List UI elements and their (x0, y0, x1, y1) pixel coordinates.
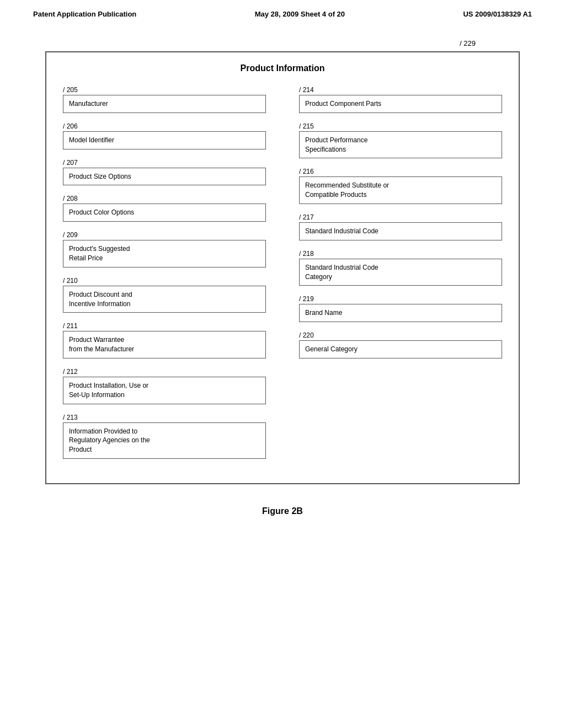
left-box-0: Manufacturer (63, 95, 266, 113)
right-box-1: Product PerformanceSpecifications (299, 131, 502, 159)
ref-216: / 216 (299, 168, 314, 175)
left-item-2: / 207 Product Size Options (63, 157, 266, 186)
ref-210: / 210 (63, 277, 78, 285)
left-box-6: Product Warranteefrom the Manufacturer (63, 331, 266, 358)
right-item-0: / 214 Product Component Parts (299, 84, 502, 113)
right-item-5: / 219 Brand Name (299, 293, 502, 322)
left-box-5: Product Discount andIncentive Informatio… (63, 286, 266, 313)
ref-205: / 205 (63, 86, 78, 94)
right-column: / 214 Product Component Parts / 215 Prod… (299, 84, 502, 467)
ref-214: / 214 (299, 86, 314, 94)
ref-207: / 207 (63, 159, 78, 167)
diagram-container: / 229 Product Information / 205 Manufact… (45, 51, 520, 484)
main-content: / 229 Product Information / 205 Manufact… (0, 24, 565, 527)
left-item-7: / 212 Product Installation, Use orSet-Up… (63, 366, 266, 404)
left-item-6: / 211 Product Warranteefrom the Manufact… (63, 320, 266, 358)
columns-wrapper: / 205 Manufacturer / 206 Model Identifie… (63, 84, 502, 467)
ref-209: / 209 (63, 231, 78, 239)
left-box-8: Information Provided toRegulatory Agenci… (63, 422, 266, 459)
left-box-1: Model Identifier (63, 131, 266, 149)
ref-211: / 211 (63, 322, 78, 330)
right-item-4: / 218 Standard Industrial CodeCategory (299, 248, 502, 286)
page-header: Patent Application Publication May 28, 2… (0, 0, 565, 24)
right-box-6: General Category (299, 340, 502, 358)
left-box-7: Product Installation, Use orSet-Up Infor… (63, 377, 266, 404)
left-item-3: / 208 Product Color Options (63, 193, 266, 222)
left-item-4: / 209 Product's SuggestedRetail Price (63, 229, 266, 267)
right-box-5: Brand Name (299, 304, 502, 322)
ref-217: / 217 (299, 213, 314, 221)
ref-212: / 212 (63, 368, 78, 376)
left-item-8: / 213 Information Provided toRegulatory … (63, 412, 266, 459)
ref-213: / 213 (63, 414, 78, 421)
ref-label-229: / 229 (460, 39, 476, 47)
right-box-0: Product Component Parts (299, 95, 502, 113)
ref-206: / 206 (63, 122, 78, 130)
left-item-5: / 210 Product Discount andIncentive Info… (63, 275, 266, 313)
right-box-4: Standard Industrial CodeCategory (299, 259, 502, 286)
ref-215: / 215 (299, 122, 314, 130)
left-box-3: Product Color Options (63, 204, 266, 222)
ref-208: / 208 (63, 195, 78, 202)
header-left: Patent Application Publication (33, 10, 136, 18)
left-box-4: Product's SuggestedRetail Price (63, 240, 266, 267)
left-item-1: / 206 Model Identifier (63, 121, 266, 149)
right-item-3: / 217 Standard Industrial Code (299, 212, 502, 240)
diagram-title: Product Information (63, 63, 502, 73)
left-item-0: / 205 Manufacturer (63, 84, 266, 113)
right-item-6: / 220 General Category (299, 330, 502, 358)
ref-220: / 220 (299, 331, 314, 339)
right-item-2: / 216 Recommended Substitute orCompatibl… (299, 166, 502, 204)
figure-caption: Figure 2B (262, 506, 303, 516)
right-item-1: / 215 Product PerformanceSpecifications (299, 121, 502, 159)
ref-219: / 219 (299, 295, 314, 303)
header-right: US 2009/0138329 A1 (463, 10, 532, 18)
header-middle: May 28, 2009 Sheet 4 of 20 (255, 10, 345, 18)
right-box-2: Recommended Substitute orCompatible Prod… (299, 176, 502, 204)
right-box-3: Standard Industrial Code (299, 222, 502, 240)
left-column: / 205 Manufacturer / 206 Model Identifie… (63, 84, 266, 467)
left-box-2: Product Size Options (63, 168, 266, 186)
outer-box: Product Information / 205 Manufacturer /… (45, 51, 520, 484)
ref-218: / 218 (299, 250, 314, 258)
